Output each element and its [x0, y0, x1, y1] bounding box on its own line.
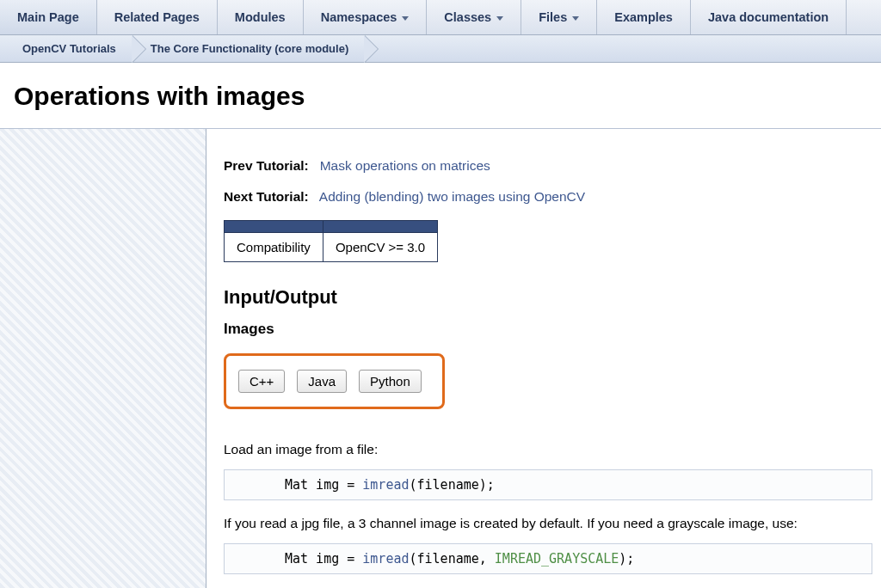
tab-python[interactable]: Python: [359, 370, 422, 393]
breadcrumb-item[interactable]: OpenCV Tutorials: [3, 35, 132, 62]
subsection-heading: Images: [224, 321, 872, 338]
nav-label: Files: [539, 10, 567, 24]
nav-label: Namespaces: [321, 10, 397, 24]
next-label: Next Tutorial:: [224, 189, 309, 204]
prev-link[interactable]: Mask operations on matrices: [320, 158, 490, 173]
nav-java-doc[interactable]: Java documentation: [691, 0, 847, 34]
nav-examples[interactable]: Examples: [597, 0, 691, 34]
prev-label: Prev Tutorial:: [224, 158, 309, 173]
paragraph: Load an image from a file:: [224, 442, 872, 457]
nav-label: Related Pages: [114, 10, 200, 24]
nav-label: Modules: [235, 10, 286, 24]
compat-value: OpenCV >= 3.0: [323, 233, 437, 262]
nav-label: Java documentation: [708, 10, 829, 24]
chevron-down-icon: [572, 16, 579, 21]
nav-label: Classes: [444, 10, 491, 24]
language-tabs-highlight: C++ Java Python: [224, 353, 445, 409]
chevron-down-icon: [402, 16, 409, 21]
section-heading: Input/Output: [224, 286, 872, 309]
nav-label: Examples: [614, 10, 673, 24]
compatibility-table: Compatibility OpenCV >= 3.0: [224, 220, 438, 262]
page-title: Operations with images: [14, 82, 881, 111]
compat-key: Compatibility: [225, 233, 323, 262]
nav-classes[interactable]: Classes: [427, 0, 521, 34]
tab-cpp[interactable]: C++: [238, 370, 285, 393]
top-nav: Main Page Related Pages Modules Namespac…: [0, 0, 881, 35]
breadcrumb-label: OpenCV Tutorials: [22, 42, 116, 55]
nav-files[interactable]: Files: [521, 0, 597, 34]
tab-java[interactable]: Java: [297, 370, 347, 393]
next-link[interactable]: Adding (blending) two images using OpenC…: [319, 189, 585, 204]
code-block: Mat img = imread(filename);: [224, 469, 872, 500]
nav-modules[interactable]: Modules: [218, 0, 304, 34]
main-layout: Prev Tutorial: Mask operations on matric…: [0, 128, 881, 588]
breadcrumb: OpenCV Tutorials The Core Functionality …: [0, 35, 881, 63]
code-block: Mat img = imread(filename, IMREAD_GRAYSC…: [224, 543, 872, 574]
chevron-down-icon: [496, 16, 503, 21]
sidebar-placeholder: [0, 129, 206, 588]
breadcrumb-label: The Core Functionality (core module): [151, 42, 348, 55]
nav-main-page[interactable]: Main Page: [0, 0, 97, 34]
next-tutorial: Next Tutorial: Adding (blending) two ima…: [224, 189, 872, 205]
nav-namespaces[interactable]: Namespaces: [304, 0, 428, 34]
breadcrumb-item[interactable]: The Core Functionality (core module): [132, 35, 364, 62]
paragraph: If you read a jpg file, a 3 channel imag…: [224, 516, 872, 531]
content-area: Prev Tutorial: Mask operations on matric…: [206, 129, 881, 588]
nav-label: Main Page: [17, 10, 79, 24]
nav-related-pages[interactable]: Related Pages: [97, 0, 218, 34]
prev-tutorial: Prev Tutorial: Mask operations on matric…: [224, 158, 872, 174]
